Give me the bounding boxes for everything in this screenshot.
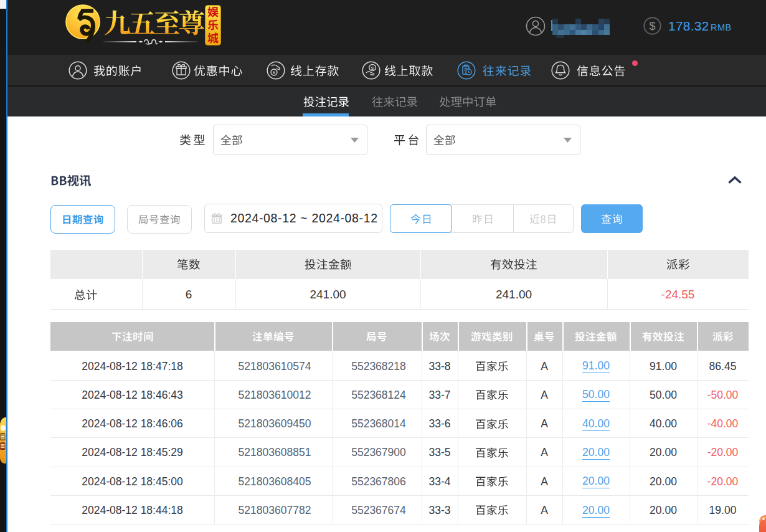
svg-text:¥: ¥ [273, 70, 275, 75]
svg-text:$: $ [371, 65, 374, 70]
svg-text:$: $ [649, 20, 655, 32]
